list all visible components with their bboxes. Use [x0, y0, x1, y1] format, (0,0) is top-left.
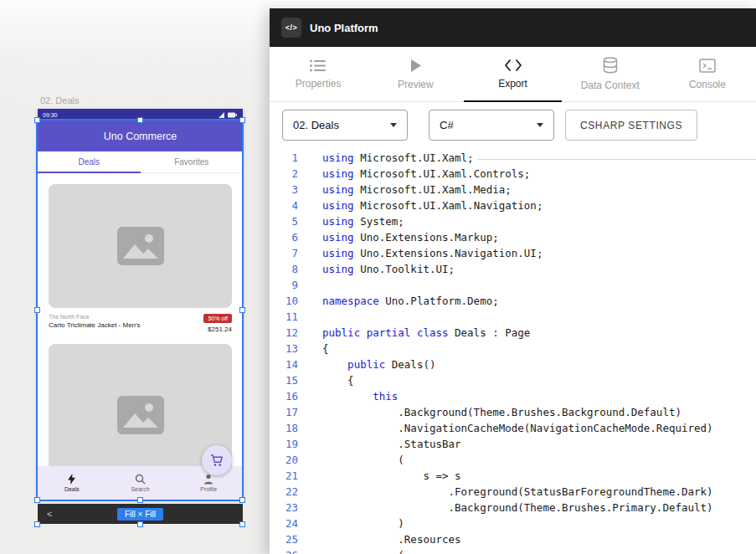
- line-number: 26: [270, 547, 298, 554]
- code-line: 22 .Foreground(StatusBarForegroundTheme.…: [270, 484, 756, 500]
- language-dropdown-value: C#: [440, 119, 454, 131]
- line-number: 9: [270, 277, 298, 293]
- flash-icon: [67, 474, 76, 485]
- nav-label: Deals: [64, 486, 80, 492]
- code-line: 18 .NavigationCacheMode(NavigationCacheM…: [270, 420, 756, 436]
- product-info-row: The North Face Carto Triclimate Jacket -…: [38, 308, 243, 338]
- csharp-settings-button[interactable]: CSHARP SETTINGS: [565, 110, 697, 141]
- code-line: 12public partial class Deals : Page: [270, 325, 756, 341]
- line-number: 23: [270, 500, 298, 516]
- tab-label: Console: [689, 79, 726, 90]
- code-line: 21 s => s: [270, 468, 756, 484]
- phone-tab-deals[interactable]: Deals: [38, 151, 141, 172]
- selection-handle[interactable]: [34, 521, 40, 527]
- line-number: 6: [270, 229, 298, 245]
- nav-label: Search: [131, 486, 149, 492]
- selection-handle[interactable]: [137, 497, 143, 503]
- code-text: using Microsoft.UI.Xaml.Controls;: [322, 166, 530, 182]
- code-text: (: [322, 547, 404, 554]
- line-number: 18: [270, 420, 298, 436]
- size-badge: Fill × Fill: [117, 508, 163, 521]
- product-image-placeholder[interactable]: [49, 344, 232, 466]
- code-text: {: [322, 341, 329, 357]
- code-line: 9: [270, 277, 756, 293]
- page-dropdown-value: 02. Deals: [293, 119, 339, 131]
- code-line: 15 {: [270, 372, 756, 388]
- tab-label: Preview: [398, 79, 434, 90]
- selection-handle[interactable]: [34, 497, 40, 503]
- tab-label: Export: [498, 78, 527, 90]
- product-text-col: The North Face Carto Triclimate Jacket -…: [49, 314, 141, 333]
- nav-item-search[interactable]: Search: [106, 466, 175, 500]
- selection-handle[interactable]: [239, 521, 245, 527]
- code-text: .Foreground(StatusBarForegroundTheme.Dar…: [322, 484, 713, 500]
- phone-preview[interactable]: 09:30 Uno Commerce Deals Favorites The N…: [38, 109, 243, 500]
- tab-data-context[interactable]: Data Context: [562, 47, 659, 101]
- phone-content: The North Face Carto Triclimate Jacket -…: [38, 173, 243, 466]
- code-icon: [504, 59, 522, 72]
- line-number: 1: [270, 150, 298, 166]
- product-image-placeholder[interactable]: [49, 184, 232, 308]
- terminal-icon: [699, 59, 716, 73]
- code-lines: 1using Microsoft.UI.Xaml;2using Microsof…: [270, 150, 756, 554]
- code-text: using Microsoft.UI.Xaml.Navigation;: [322, 197, 543, 213]
- code-line: 17 .Background(Theme.Brushes.Background.…: [270, 404, 756, 420]
- phone-tab-favorites[interactable]: Favorites: [141, 151, 244, 172]
- line-number: 4: [270, 197, 298, 213]
- line-number: 3: [270, 182, 298, 197]
- selection-handle[interactable]: [239, 497, 245, 503]
- cart-fab-button[interactable]: [202, 445, 232, 475]
- person-icon: [203, 474, 213, 485]
- tab-label: Properties: [296, 78, 342, 90]
- tab-properties[interactable]: Properties: [270, 47, 367, 101]
- page-dropdown[interactable]: 02. Deals: [282, 110, 408, 141]
- image-icon: [117, 396, 164, 434]
- back-chevron-icon[interactable]: <: [47, 509, 52, 519]
- line-number: 10: [270, 293, 298, 309]
- discount-badge: 50% off: [203, 314, 232, 323]
- code-line: 5using System;: [270, 213, 756, 229]
- tab-console[interactable]: Console: [659, 47, 756, 101]
- nav-item-deals[interactable]: Deals: [38, 466, 106, 500]
- code-line: 11: [270, 309, 756, 325]
- code-line: 25 .Resources: [270, 531, 756, 547]
- selection-handle[interactable]: [137, 117, 143, 123]
- code-editor[interactable]: 1using Microsoft.UI.Xaml;2using Microsof…: [270, 148, 756, 554]
- code-line: 8using Uno.Toolkit.UI;: [270, 261, 756, 277]
- selection-handle[interactable]: [34, 307, 40, 313]
- code-text: {: [322, 372, 354, 388]
- line-number: 12: [270, 325, 298, 341]
- code-line: 24 ): [270, 516, 756, 531]
- panel-header: </> Uno Platform: [270, 8, 756, 47]
- language-dropdown[interactable]: C#: [429, 110, 554, 141]
- chevron-down-icon: [390, 123, 397, 127]
- panel-tabstrip: Properties Preview Export Data Context: [270, 47, 756, 102]
- selection-handle[interactable]: [239, 307, 245, 313]
- selection-handle[interactable]: [137, 521, 143, 527]
- selection-handle[interactable]: [239, 117, 245, 123]
- code-text: s => s: [322, 468, 461, 484]
- uno-logo-icon: </>: [281, 18, 301, 38]
- code-text: .NavigationCacheMode(NavigationCacheMode…: [322, 420, 713, 436]
- uno-platform-panel: </> Uno Platform Properties Preview Expo…: [270, 8, 756, 554]
- line-number: 20: [270, 452, 298, 468]
- code-line: 4using Microsoft.UI.Xaml.Navigation;: [270, 197, 756, 213]
- code-line: 2using Microsoft.UI.Xaml.Controls;: [270, 166, 756, 182]
- code-line: 3using Microsoft.UI.Xaml.Media;: [270, 182, 756, 197]
- code-text: (: [322, 452, 404, 468]
- tab-preview[interactable]: Preview: [367, 47, 464, 101]
- artboard-label[interactable]: 02. Deals: [40, 95, 79, 105]
- line-number: 7: [270, 245, 298, 261]
- selection-handle[interactable]: [34, 117, 40, 123]
- line-number: 25: [270, 531, 298, 547]
- code-text: public partial class Deals : Page: [322, 325, 530, 341]
- line-number: 8: [270, 261, 298, 277]
- tab-export[interactable]: Export: [464, 47, 561, 101]
- play-icon: [409, 59, 422, 73]
- signal-icon: [219, 112, 224, 118]
- list-icon: [310, 59, 327, 72]
- code-text: this: [322, 388, 398, 404]
- line-number: 16: [270, 388, 298, 404]
- nav-label: Profile: [200, 486, 217, 492]
- code-text: namespace Uno.Platform.Demo;: [322, 293, 499, 309]
